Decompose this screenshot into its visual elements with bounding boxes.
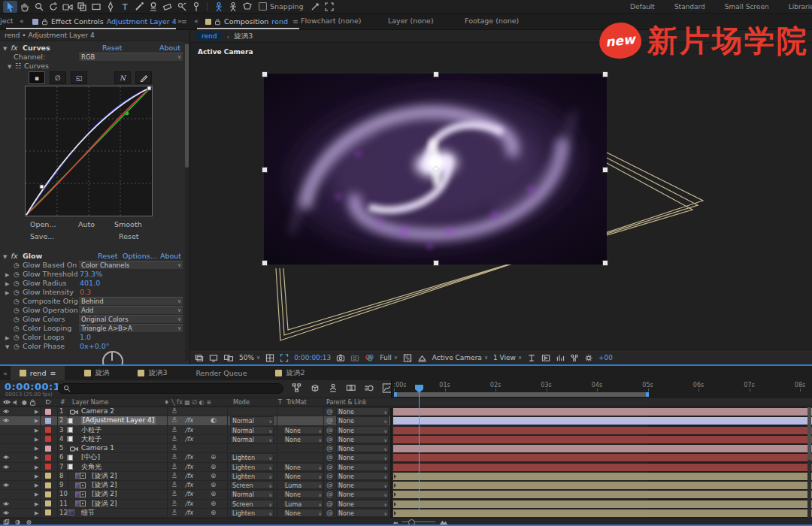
shy-icon[interactable] bbox=[171, 426, 177, 433]
layer-row-3[interactable]: ▶3小粒子/fxNormal∨None∨@None∨ bbox=[0, 426, 391, 435]
blend-mode-dropdown[interactable]: Normal∨ bbox=[230, 416, 274, 425]
layer-duration-bar[interactable] bbox=[393, 509, 812, 517]
tool-rotate[interactable] bbox=[46, 1, 60, 13]
expand-icon[interactable]: ▼ bbox=[5, 343, 9, 352]
stopwatch-icon[interactable]: ◷ bbox=[14, 306, 20, 315]
curve-expand-icon[interactable]: ◱ bbox=[71, 71, 87, 84]
layer-row-8[interactable]: ▶8[旋涡 2]/fx⊕Lighten∨None∨@None∨ bbox=[0, 472, 391, 481]
stopwatch-icon[interactable]: ◷ bbox=[14, 333, 20, 342]
pickwhip-icon[interactable]: @ bbox=[326, 472, 333, 480]
expand-layer-icon[interactable]: ▶ bbox=[35, 454, 38, 462]
auto-button[interactable]: Auto bbox=[78, 220, 95, 228]
selection-handle[interactable] bbox=[262, 71, 268, 77]
layer-duration-bar[interactable] bbox=[393, 417, 812, 425]
exposure-value[interactable]: +00 bbox=[598, 354, 613, 361]
trkmat-dropdown[interactable]: None∨ bbox=[283, 463, 323, 471]
shy-icon[interactable] bbox=[171, 407, 177, 414]
curves-graph[interactable] bbox=[25, 86, 153, 216]
motion-blur-switch-icon[interactable]: ⊕ bbox=[211, 472, 217, 480]
parent-dropdown[interactable]: None∨ bbox=[336, 453, 389, 461]
expand-layer-icon[interactable]: ▶ bbox=[35, 509, 38, 518]
layer-duration-bar[interactable] bbox=[393, 473, 812, 480]
layer-name[interactable]: [旋涡 2] bbox=[92, 500, 117, 508]
param-dropdown[interactable]: Behind∨ bbox=[78, 297, 183, 306]
layer-name[interactable]: 细节 bbox=[81, 509, 95, 517]
local-axis-icon[interactable] bbox=[211, 1, 226, 13]
label-color-chip[interactable] bbox=[45, 455, 51, 461]
tab-composition[interactable]: Composition rend ≡ bbox=[201, 14, 302, 29]
shy-icon[interactable] bbox=[171, 500, 177, 506]
stopwatch-icon[interactable]: ◷ bbox=[14, 342, 20, 351]
curves-reset-button2[interactable]: Reset bbox=[119, 232, 139, 240]
workspace-libraries[interactable]: Librarie bbox=[789, 3, 812, 11]
blend-mode-dropdown[interactable]: Screen∨ bbox=[230, 481, 274, 489]
composition-mini-flowchart-icon[interactable] bbox=[292, 383, 302, 393]
ec-group-menu-icon[interactable]: « bbox=[20, 17, 24, 25]
glow-reset-button[interactable]: Reset bbox=[98, 252, 118, 261]
param-dropdown[interactable]: Color Channels∨ bbox=[78, 261, 183, 270]
pickwhip-icon[interactable]: @ bbox=[326, 444, 333, 452]
fx-switch-icon[interactable]: /fx bbox=[185, 472, 193, 480]
layer-row-11[interactable]: ▶11[旋涡 2]/fx⊕Screen∨Luma∨@None∨ bbox=[0, 500, 391, 509]
selection-handle[interactable] bbox=[602, 260, 608, 266]
glow-options-button[interactable]: Options... bbox=[123, 252, 157, 261]
stopwatch-icon[interactable]: ◷ bbox=[14, 324, 20, 333]
layer-duration-bar[interactable] bbox=[393, 427, 812, 434]
parent-dropdown[interactable]: None∨ bbox=[336, 500, 389, 508]
visibility-eye-icon[interactable] bbox=[2, 482, 10, 488]
pickwhip-icon[interactable]: @ bbox=[326, 435, 333, 443]
pickwhip-icon[interactable]: @ bbox=[326, 453, 333, 461]
layer-row-1[interactable]: ▶1Camera 2@None∨ bbox=[0, 407, 391, 416]
comp-flowchart-icon[interactable] bbox=[570, 354, 579, 362]
channels-icon[interactable] bbox=[365, 354, 374, 362]
panel-menu-icon[interactable]: ≡ bbox=[292, 17, 298, 26]
tab-effect-controls[interactable]: Effect Controls Adjustment Layer 4 ≡ bbox=[29, 14, 191, 29]
open-button[interactable]: Open... bbox=[30, 220, 56, 228]
view-layout-dropdown[interactable]: 1 View∨ bbox=[493, 354, 522, 361]
ec-scrollbar[interactable] bbox=[185, 42, 189, 361]
fx-switch-icon[interactable]: /fx bbox=[185, 426, 193, 434]
fx-badge-icon[interactable]: fx bbox=[11, 44, 17, 53]
param-value[interactable]: 0x+0.0° bbox=[80, 342, 109, 351]
parent-dropdown[interactable]: None∨ bbox=[336, 490, 389, 498]
mode-column-header[interactable]: Mode bbox=[233, 399, 250, 406]
selection-handle[interactable] bbox=[262, 260, 268, 266]
draft-3d-icon[interactable] bbox=[310, 383, 320, 393]
visibility-eye-icon[interactable] bbox=[2, 464, 10, 470]
world-axis-icon[interactable] bbox=[226, 1, 240, 13]
layer-name[interactable]: [中心] bbox=[81, 453, 100, 461]
zoom-out-mountain-icon[interactable] bbox=[392, 519, 398, 524]
motion-blur-switch-icon[interactable]: ⊕ bbox=[211, 481, 217, 489]
parent-dropdown[interactable]: None∨ bbox=[336, 444, 389, 452]
ec-overflow-icon[interactable]: » bbox=[177, 17, 182, 25]
layer-row-6[interactable]: ▶6[中心]/fx⊕Lighten∨@None∨ bbox=[0, 453, 391, 462]
glow-about-button[interactable]: About bbox=[160, 252, 181, 261]
expand-layer-icon[interactable]: ▶ bbox=[35, 436, 38, 444]
motion-blur-switch-icon[interactable]: ⊕ bbox=[211, 500, 217, 508]
fx-switch-icon[interactable]: /fx bbox=[185, 416, 193, 425]
layer-name[interactable]: [旋涡 2] bbox=[92, 490, 117, 498]
layer-row-7[interactable]: ▶7尖角光/fx⊕Lighten∨None∨@None∨ bbox=[0, 463, 391, 472]
pixel-aspect-icon[interactable] bbox=[527, 354, 536, 362]
layers-scrollbar[interactable] bbox=[807, 407, 811, 518]
exposure-gear-icon[interactable] bbox=[584, 354, 593, 362]
layer-bars-area[interactable] bbox=[391, 407, 812, 518]
blend-mode-dropdown[interactable]: Lighten∨ bbox=[230, 453, 274, 461]
pickwhip-icon[interactable]: @ bbox=[326, 426, 333, 434]
blend-mode-dropdown[interactable]: Lighten∨ bbox=[230, 463, 274, 471]
timeline-tab-3[interactable]: 旋涡3 bbox=[129, 365, 176, 380]
grid-guides-icon[interactable] bbox=[265, 354, 274, 362]
pickwhip-icon[interactable]: @ bbox=[326, 481, 333, 489]
pickwhip-icon[interactable]: @ bbox=[326, 416, 333, 425]
layer-name[interactable]: [Adjustment Layer 4] bbox=[81, 416, 156, 425]
parent-dropdown[interactable]: None∨ bbox=[336, 472, 389, 480]
selection-handle[interactable] bbox=[433, 71, 439, 77]
snapping-toggle[interactable]: Snapping bbox=[259, 2, 304, 11]
param-value[interactable]: 73.3% bbox=[80, 270, 102, 279]
tab-flowchart[interactable]: Flowchart (none) bbox=[301, 17, 362, 25]
tab-layer[interactable]: Layer (none) bbox=[388, 17, 434, 25]
expand-layer-icon[interactable]: ▶ bbox=[35, 464, 38, 472]
parent-dropdown[interactable]: None∨ bbox=[336, 407, 389, 416]
layer-name[interactable]: [旋涡 2] bbox=[92, 481, 117, 489]
visibility-eye-icon[interactable] bbox=[2, 510, 10, 515]
